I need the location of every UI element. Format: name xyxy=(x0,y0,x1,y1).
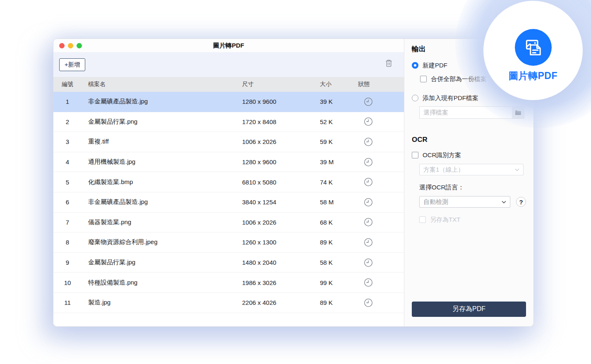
table-row[interactable]: 1 非金屬礦產品製造.jpg 1280 x 9600 39 K xyxy=(53,92,404,112)
file-list-pane: 圖片轉PDF +新增 編號 檔案名 尺寸 xyxy=(53,39,404,326)
help-button[interactable]: ? xyxy=(516,197,526,207)
zoom-button[interactable] xyxy=(77,43,82,48)
traffic-lights xyxy=(59,39,82,52)
row-filename: 通用機械製造.jpg xyxy=(82,158,242,166)
ocr-heading: OCR xyxy=(412,136,526,144)
row-dimensions: 1480 x 2040 xyxy=(242,259,320,266)
row-index: 11 xyxy=(53,299,82,306)
minimize-button[interactable] xyxy=(68,43,73,48)
delete-button[interactable] xyxy=(383,58,394,69)
row-dimensions: 1720 x 8408 xyxy=(242,118,320,125)
table-row[interactable]: 6 非金屬礦產品製造.jpg 3840 x 1254 58 M xyxy=(53,192,404,213)
row-dimensions: 2206 x 4026 xyxy=(242,299,320,306)
row-dimensions: 1260 x 1300 xyxy=(242,239,320,246)
row-dimensions: 1280 x 9600 xyxy=(242,98,320,105)
row-dimensions: 1006 x 2026 xyxy=(242,138,320,145)
clock-icon xyxy=(358,177,404,187)
row-size: 74 K xyxy=(320,179,358,186)
checkbox-icon xyxy=(420,76,427,82)
clock-icon xyxy=(358,258,404,267)
row-size: 52 K xyxy=(320,118,358,125)
clock-icon xyxy=(358,238,404,247)
save-txt-option[interactable]: 另存為TXT xyxy=(419,216,526,224)
row-dimensions: 1006 x 2026 xyxy=(242,219,320,226)
ocr-plan-value: 方案1（線上） xyxy=(423,166,464,174)
row-dimensions: 1280 x 9600 xyxy=(242,158,320,165)
row-size: 89 K xyxy=(320,299,358,306)
row-filename: 製造.jpg xyxy=(82,299,242,307)
append-pdf-option[interactable]: 添加入現有PDF檔案 xyxy=(412,94,526,102)
row-index: 6 xyxy=(53,199,82,206)
row-filename: 儀器製造業.png xyxy=(82,218,242,226)
table-row[interactable]: 10 特種設備製造.png 1986 x 3026 99 K xyxy=(53,273,404,293)
row-dimensions: 3840 x 1254 xyxy=(242,199,320,206)
toolbar: +新增 xyxy=(53,52,404,77)
chevron-down-icon xyxy=(515,168,519,171)
row-filename: 廢棄物資源綜合利用.jpeg xyxy=(82,238,242,246)
ocr-plan-select[interactable]: 方案1（線上） xyxy=(419,164,524,175)
new-pdf-label: 新建PDF xyxy=(423,61,447,69)
image-to-pdf-icon xyxy=(515,29,552,66)
ocr-language-row: 自動檢測 ? xyxy=(419,196,526,208)
chevron-down-icon xyxy=(502,201,506,204)
row-dimensions: 1986 x 3026 xyxy=(242,279,320,286)
folder-icon xyxy=(515,110,521,115)
header-filename: 檔案名 xyxy=(82,81,242,88)
checkbox-disabled-icon xyxy=(419,216,426,223)
clock-icon xyxy=(358,278,404,287)
table-body: 1 非金屬礦產品製造.jpg 1280 x 9600 39 K 2 金屬製品行業… xyxy=(53,92,404,326)
ocr-plan-option[interactable]: OCR識別方案 xyxy=(412,151,526,159)
table-row[interactable]: 4 通用機械製造.jpg 1280 x 9600 39 M xyxy=(53,152,404,172)
clock-icon xyxy=(358,158,404,167)
header-size: 大小 xyxy=(320,81,358,88)
row-index: 4 xyxy=(53,158,82,165)
browse-button[interactable] xyxy=(512,106,524,119)
row-size: 39 K xyxy=(320,98,358,105)
table-row[interactable]: 11 製造.jpg 2206 x 4026 89 K xyxy=(53,293,404,313)
trash-icon xyxy=(385,59,393,67)
table-row[interactable]: 2 金屬製品行業.png 1720 x 8408 52 K xyxy=(53,112,404,132)
row-size: 59 K xyxy=(320,138,358,145)
row-filename: 重複.tiff xyxy=(82,138,242,146)
row-size: 58 K xyxy=(320,259,358,266)
row-dimensions: 6810 x 5080 xyxy=(242,179,320,186)
checkbox-icon xyxy=(412,152,418,158)
radio-unselected-icon xyxy=(412,95,418,101)
row-filename: 非金屬礦產品製造.jpg xyxy=(82,98,242,105)
table-row[interactable]: 7 儀器製造業.png 1006 x 2026 68 K xyxy=(53,213,404,233)
file-path-input[interactable]: 選擇檔案 xyxy=(419,106,512,119)
page: 圖片轉PDF +新增 編號 檔案名 尺寸 xyxy=(0,0,591,364)
close-button[interactable] xyxy=(59,43,65,48)
clock-icon xyxy=(358,198,404,207)
row-size: 99 K xyxy=(320,279,358,286)
table-row[interactable]: 3 重複.tiff 1006 x 2026 59 K xyxy=(53,132,404,152)
add-files-button[interactable]: +新增 xyxy=(59,58,85,71)
clock-icon xyxy=(358,218,404,227)
row-index: 7 xyxy=(53,219,82,226)
row-size: 39 M xyxy=(320,158,358,165)
row-filename: 非金屬礦產品製造.jpg xyxy=(82,198,242,206)
badge-label: 圖片轉PDF xyxy=(509,69,557,82)
table-row[interactable]: 8 廢棄物資源綜合利用.jpeg 1260 x 1300 89 K xyxy=(53,232,404,253)
header-dimensions: 尺寸 xyxy=(242,81,320,88)
ocr-language-select[interactable]: 自動檢測 xyxy=(419,196,510,208)
clock-icon xyxy=(358,97,404,106)
clock-icon xyxy=(358,298,404,307)
save-as-pdf-button[interactable]: 另存為PDF xyxy=(412,302,526,317)
row-size: 89 K xyxy=(320,239,358,246)
table-row[interactable]: 5 化纖製造業.bmp 6810 x 5080 74 K xyxy=(53,172,404,192)
row-filename: 特種設備製造.png xyxy=(82,279,242,287)
clock-icon xyxy=(358,137,404,146)
row-index: 2 xyxy=(53,118,82,125)
row-index: 10 xyxy=(53,279,82,286)
app-badge: 圖片轉PDF xyxy=(483,1,583,100)
row-filename: 化纖製造業.bmp xyxy=(82,178,242,186)
file-picker-group: 選擇檔案 xyxy=(419,106,524,119)
append-label: 添加入現有PDF檔案 xyxy=(423,94,478,102)
row-index: 3 xyxy=(53,138,82,145)
row-index: 5 xyxy=(53,179,82,186)
table-row[interactable]: 9 金屬製品行業.jpg 1480 x 2040 58 K xyxy=(53,253,404,273)
radio-selected-icon xyxy=(412,62,418,69)
header-index: 編號 xyxy=(53,81,82,88)
window-title: 圖片轉PDF xyxy=(53,42,404,50)
